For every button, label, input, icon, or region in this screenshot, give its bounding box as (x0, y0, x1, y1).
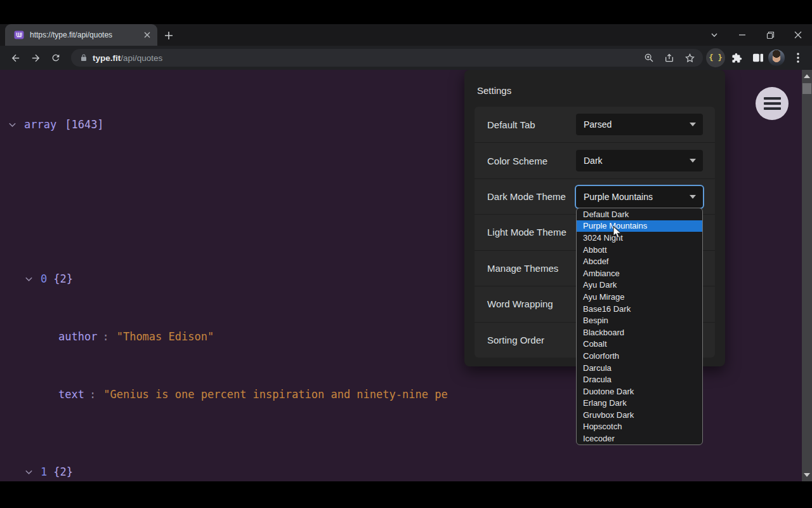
property-key: text (58, 385, 84, 404)
json-viewer-menu-button[interactable] (756, 87, 789, 120)
url-path: /api/quotes (121, 53, 162, 63)
url-host: type.fit (93, 53, 121, 63)
browser-window: https://type.fit/api/quotes (0, 24, 812, 481)
theme-option[interactable]: Gruvbox Dark (577, 409, 702, 421)
theme-option[interactable]: Colorforth (577, 350, 702, 362)
theme-option[interactable]: Ambiance (577, 267, 702, 279)
tab-title: https://type.fit/api/quotes (30, 30, 141, 39)
tab-close-icon[interactable] (141, 30, 152, 41)
chevron-down-icon (690, 159, 696, 163)
root-count: [1643] (65, 115, 103, 134)
settings-row-label: Default Tab (487, 119, 576, 130)
zoom-indicator-icon[interactable] (641, 50, 657, 66)
window-controls (700, 24, 812, 46)
theme-option[interactable]: Ayu Mirage (577, 291, 702, 303)
menu-dots-icon[interactable] (790, 50, 806, 65)
settings-select[interactable]: Dark (576, 150, 703, 171)
lock-icon[interactable] (80, 53, 88, 62)
item-index: 0 (41, 269, 47, 288)
page-scrollbar[interactable] (802, 70, 812, 481)
chevron-down-icon[interactable] (8, 119, 18, 130)
theme-option[interactable]: Dracula (577, 373, 702, 385)
theme-option[interactable]: Erlang Dark (577, 398, 702, 410)
settings-select-value: Purple Mountains (584, 192, 653, 202)
settings-select[interactable]: Parsed (576, 114, 703, 135)
letterbox-bottom (0, 481, 812, 508)
theme-option[interactable]: Base16 Dark (577, 303, 702, 315)
theme-option[interactable]: Darcula (577, 362, 702, 374)
profile-avatar[interactable] (768, 50, 785, 66)
reload-button[interactable] (48, 50, 63, 65)
extensions-puzzle-icon[interactable] (729, 50, 744, 65)
theme-option[interactable]: Icecoder (577, 432, 702, 444)
item-size: {2} (53, 462, 73, 481)
property-value: "Thomas Edison" (117, 327, 214, 346)
chevron-down-icon[interactable] (24, 467, 34, 477)
theme-option[interactable]: Hopscotch (577, 421, 702, 433)
bookmark-star-icon[interactable] (681, 50, 698, 66)
forward-button[interactable] (28, 50, 43, 65)
settings-row-label: Dark Mode Theme (487, 191, 576, 202)
colon: : (102, 327, 108, 346)
settings-select[interactable]: Purple Mountains (576, 186, 703, 208)
settings-row-label: Color Scheme (487, 156, 576, 166)
theme-option[interactable]: Purple Mountains (577, 220, 702, 232)
theme-option[interactable]: Default Dark (577, 208, 702, 220)
tab-search-chevron-icon[interactable] (700, 24, 728, 46)
property-key: author (58, 327, 97, 346)
theme-option[interactable]: Bespin (577, 314, 702, 326)
chevron-down-icon (690, 123, 696, 126)
theme-option[interactable]: Ayu Dark (577, 279, 702, 291)
theme-option[interactable]: Abcdef (577, 255, 702, 267)
minimize-button[interactable] (728, 24, 756, 46)
browser-tab[interactable]: https://type.fit/api/quotes (5, 24, 157, 46)
settings-select-value: Parsed (584, 119, 612, 130)
address-bar[interactable]: type.fit/api/quotes (71, 49, 703, 67)
item-index: 1 (41, 462, 47, 481)
browser-toolbar: type.fit/api/quotes { } (0, 46, 812, 70)
back-button[interactable] (8, 50, 23, 65)
site-favicon-icon (14, 30, 24, 40)
scroll-down-arrow-icon[interactable] (804, 473, 810, 477)
settings-row: Default Tab Parsed (475, 107, 715, 142)
settings-title: Settings (477, 85, 511, 96)
theme-option[interactable]: Cobalt (577, 338, 702, 351)
chevron-down-icon (690, 195, 696, 199)
colon: : (89, 385, 96, 404)
theme-option[interactable]: 3024 Night (577, 232, 702, 244)
theme-option[interactable]: Blackboard (577, 326, 702, 338)
restore-button[interactable] (756, 24, 784, 46)
scrollbar-thumb[interactable] (802, 83, 811, 94)
screen: https://type.fit/api/quotes (0, 0, 812, 508)
scroll-up-arrow-icon[interactable] (804, 74, 810, 78)
property-value: "Genius is one percent inspiration and n… (103, 385, 447, 404)
new-tab-button[interactable] (161, 28, 176, 43)
settings-select-value: Dark (584, 156, 603, 166)
url-text: type.fit/api/quotes (93, 53, 637, 63)
letterbox-top (0, 0, 812, 24)
root-type-label: array (24, 115, 56, 134)
close-window-button[interactable] (784, 24, 812, 46)
theme-option[interactable]: Duotone Dark (577, 385, 702, 398)
json-viewer-extension-button[interactable]: { } (706, 48, 725, 67)
theme-option[interactable]: Abbott (577, 244, 702, 256)
settings-row: Color Scheme Dark (475, 142, 715, 178)
side-panel-icon[interactable] (750, 50, 766, 65)
braces-extension-icon: { } (709, 53, 723, 62)
page-content: array [1643] 0 {2} auth (0, 70, 812, 481)
item-size: {2} (53, 269, 73, 288)
mouse-cursor (613, 226, 625, 239)
json-item-header[interactable]: 1 {2} (0, 462, 802, 481)
chevron-down-icon[interactable] (24, 274, 34, 284)
theme-dropdown-list: Default Dark Purple Mountains 3024 Night… (576, 208, 703, 445)
share-icon[interactable] (661, 50, 678, 66)
tab-strip: https://type.fit/api/quotes (0, 24, 812, 46)
hamburger-icon (764, 97, 781, 100)
